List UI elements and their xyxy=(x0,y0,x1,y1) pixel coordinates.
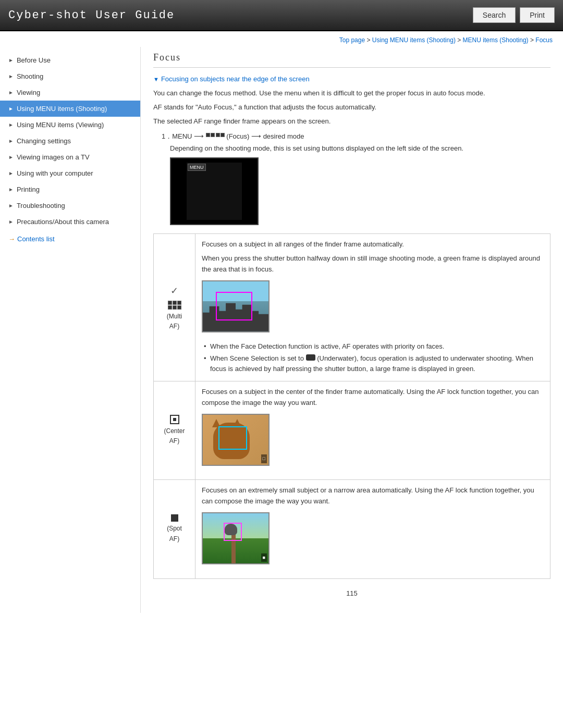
breadcrumb-link-shooting[interactable]: Using MENU items (Shooting) xyxy=(372,36,456,44)
sidebar-item-precautions[interactable]: ► Precautions/About this camera xyxy=(0,214,140,230)
focus-table: ✓ (MultiAF) Focuses on a subject xyxy=(153,233,550,578)
arrow-icon: ► xyxy=(8,138,14,144)
search-button[interactable]: Search xyxy=(473,7,516,23)
multi-af-desc-1: Focuses on a subject in all ranges of th… xyxy=(202,239,544,250)
contents-arrow-icon: → xyxy=(8,235,15,243)
spot-badge: ■ xyxy=(261,553,267,562)
sidebar-item-label: Printing xyxy=(17,186,40,193)
main-layout: ► Before Use ► Shooting ► Viewing ► Usin… xyxy=(0,47,563,613)
contents-list-link[interactable]: → Contents list xyxy=(0,230,140,248)
sidebar-item-label: Before Use xyxy=(17,56,51,64)
center-af-focus-frame xyxy=(218,426,247,450)
step-1-sub: Depending on the shooting mode, this is … xyxy=(170,144,550,152)
arrow-icon: ► xyxy=(8,90,14,95)
sidebar-item-shooting[interactable]: ► Shooting xyxy=(0,68,140,84)
contents-link-label: Contents list xyxy=(17,235,55,243)
center-af-icon-box: (CenterAF) xyxy=(160,415,189,446)
sidebar-item-label: Troubleshooting xyxy=(17,202,65,209)
sidebar-item-troubleshooting[interactable]: ► Troubleshooting xyxy=(0,198,140,214)
header: Cyber-shot User Guide Search Print xyxy=(0,0,563,31)
table-row-center-af: (CenterAF) Focuses on a subject in the c… xyxy=(154,381,550,480)
multi-af-desc-cell: Focuses on a subject in all ranges of th… xyxy=(195,234,550,381)
arrow-icon: ► xyxy=(8,219,14,225)
center-dot xyxy=(173,418,176,421)
triangle-icon: ▼ xyxy=(153,76,159,82)
spot-af-desc-cell: Focuses on an extremely small subject or… xyxy=(195,480,550,578)
center-af-desc-cell: Focuses on a subject in the center of th… xyxy=(195,381,550,480)
bullet-underwater: When Scene Selection is set to (Underwat… xyxy=(204,353,544,374)
multi-af-bullets: When the Face Detection function is acti… xyxy=(202,341,544,374)
table-row-multi-af: ✓ (MultiAF) Focuses on a subject xyxy=(154,234,550,381)
camera-screenshot: MENU xyxy=(170,157,259,225)
multi-af-icon-cell: ✓ (MultiAF) xyxy=(154,234,195,381)
sidebar: ► Before Use ► Shooting ► Viewing ► Usin… xyxy=(0,47,141,613)
header-buttons: Search Print xyxy=(473,7,555,23)
sidebar-item-using-menu-shooting[interactable]: ► Using MENU items (Shooting) xyxy=(0,101,140,117)
sidebar-item-label: Viewing xyxy=(17,89,40,96)
arrow-icon: ► xyxy=(8,57,14,63)
arrow-icon: ► xyxy=(8,154,14,160)
breadcrumb-link-top[interactable]: Top page xyxy=(339,36,365,44)
center-badge: □ xyxy=(261,454,267,463)
app-title: Cyber-shot User Guide xyxy=(8,9,175,22)
sidebar-item-label: Shooting xyxy=(17,72,43,80)
multi-af-focus-frame xyxy=(216,292,252,320)
sidebar-item-label: Using with your computer xyxy=(17,169,93,177)
spot-af-desc: Focuses on an extremely small subject or… xyxy=(202,485,544,507)
center-af-label: (CenterAF) xyxy=(164,426,185,446)
arrow-icon: ► xyxy=(8,122,14,128)
bullet-face-detection: When the Face Detection function is acti… xyxy=(204,341,544,352)
menu-label: MENU xyxy=(188,164,206,171)
sidebar-item-label: Changing settings xyxy=(17,137,71,145)
section-heading: ▼ Focusing on subjects near the edge of … xyxy=(153,75,550,83)
breadcrumb-separator3: > xyxy=(530,36,535,44)
multi-af-grid-icon xyxy=(168,301,181,310)
spot-af-focus-frame xyxy=(224,523,242,541)
intro-text-1: You can change the focus method. Use the… xyxy=(153,88,550,99)
spot-af-image: ■ xyxy=(202,512,270,564)
sidebar-item-viewing[interactable]: ► Viewing xyxy=(0,84,140,101)
spot-af-label: (SpotAF) xyxy=(167,524,182,544)
arrow-icon: ► xyxy=(8,170,14,176)
page-number: 115 xyxy=(153,589,550,597)
sidebar-item-label: Viewing images on a TV xyxy=(17,153,90,161)
sidebar-item-printing[interactable]: ► Printing xyxy=(0,181,140,198)
center-af-image: □ xyxy=(202,414,270,466)
arrow-icon: ► xyxy=(8,73,14,79)
arrow-icon: ► xyxy=(8,106,14,112)
checkmark-icon: ✓ xyxy=(170,283,178,299)
sidebar-item-label: Precautions/About this camera xyxy=(17,218,109,226)
multi-af-label: (MultiAF) xyxy=(167,312,182,331)
sidebar-item-before-use[interactable]: ► Before Use xyxy=(0,52,140,68)
sidebar-item-using-menu-viewing[interactable]: ► Using MENU items (Viewing) xyxy=(0,117,140,133)
page-title: Focus xyxy=(153,52,550,68)
multi-af-icon-box: ✓ (MultiAF) xyxy=(160,283,189,331)
spot-af-icon-cell: (SpotAF) xyxy=(154,480,195,578)
table-row-spot-af: (SpotAF) Focuses on an extremely small s… xyxy=(154,480,550,578)
center-af-desc: Focuses on a subject in the center of th… xyxy=(202,387,544,409)
spot-af-icon-box: (SpotAF) xyxy=(160,514,189,544)
spot-af-icon xyxy=(171,514,178,522)
intro-text-3: The selected AF range finder frame appea… xyxy=(153,116,550,127)
sidebar-item-using-computer[interactable]: ► Using with your computer xyxy=(0,165,140,181)
center-af-icon-cell: (CenterAF) xyxy=(154,381,195,480)
main-content: Focus ▼ Focusing on subjects near the ed… xyxy=(141,47,563,613)
breadcrumb: Top page > Using MENU items (Shooting) >… xyxy=(0,31,563,47)
breadcrumb-link-menu[interactable]: MENU items (Shooting) xyxy=(463,36,529,44)
multi-af-image xyxy=(202,280,270,332)
sidebar-item-viewing-tv[interactable]: ► Viewing images on a TV xyxy=(0,149,140,165)
breadcrumb-separator: > xyxy=(366,36,372,44)
step-1: 1．MENU ⟶ (Focus) ⟶ desired mode xyxy=(162,132,550,141)
arrow-icon: ► xyxy=(8,187,14,192)
section-heading-text: Focusing on subjects near the edge of th… xyxy=(161,75,310,83)
arrow-icon: ► xyxy=(8,203,14,208)
multi-af-desc-2: When you press the shutter button halfwa… xyxy=(202,253,544,275)
intro-text-2: AF stands for "Auto Focus," a function t… xyxy=(153,102,550,113)
center-af-icon xyxy=(170,415,179,424)
print-button[interactable]: Print xyxy=(520,7,555,23)
breadcrumb-link-focus[interactable]: Focus xyxy=(535,36,553,44)
sidebar-item-label: Using MENU items (Viewing) xyxy=(17,121,104,129)
sidebar-item-changing-settings[interactable]: ► Changing settings xyxy=(0,133,140,149)
sidebar-item-label: Using MENU items (Shooting) xyxy=(17,105,107,113)
breadcrumb-separator2: > xyxy=(457,36,462,44)
